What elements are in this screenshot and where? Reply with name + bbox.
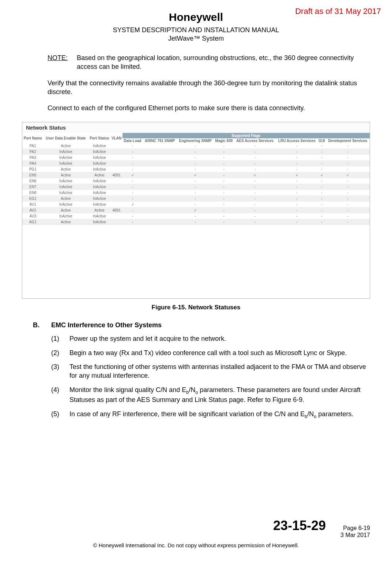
col-supported-flags: Supported Flags <box>122 133 370 138</box>
table-cell: EN7 <box>22 184 43 190</box>
table-cell: - <box>122 167 143 172</box>
table-cell <box>143 172 177 178</box>
table-cell <box>110 161 122 167</box>
figure-caption: Figure 6-15. Network Statuses <box>22 304 370 311</box>
table-cell: - <box>326 208 370 213</box>
table-cell: InActive <box>88 190 110 196</box>
table-cell <box>143 213 177 219</box>
table-cell: InActive <box>88 202 110 208</box>
network-status-title: Network Status <box>22 122 370 133</box>
table-cell: - <box>214 172 234 178</box>
table-row: AG1ActiveInActive------- <box>22 219 370 225</box>
table-cell: - <box>122 149 143 155</box>
col-port-name: Port Name <box>22 133 43 143</box>
table-cell: - <box>276 219 318 225</box>
note-text: Based on the geographical location, surr… <box>77 53 370 71</box>
col-eng-snmp: Engineering SNMP <box>177 138 214 143</box>
table-cell: - <box>326 219 370 225</box>
table-cell: - <box>177 184 214 190</box>
section-letter: B. <box>33 321 51 329</box>
table-cell <box>110 178 122 184</box>
table-row: EN6InActiveInActive------- <box>22 178 370 184</box>
table-cell <box>143 202 177 208</box>
table-cell: - <box>234 167 276 172</box>
table-cell: InActive <box>88 196 110 202</box>
table-cell: - <box>326 213 370 219</box>
table-cell: ✓ <box>326 172 370 178</box>
doc-number: 23-15-29 <box>273 518 326 533</box>
table-cell: ✓ <box>122 172 143 178</box>
table-cell: InActive <box>43 213 88 219</box>
table-row: AV1InActiveInActive✓------ <box>22 202 370 208</box>
section-b-heading: B. EMC Interference to Other Systems <box>33 321 370 329</box>
table-cell: - <box>234 149 276 155</box>
table-cell: EN8 <box>22 190 43 196</box>
table-cell: - <box>234 219 276 225</box>
table-cell <box>110 184 122 190</box>
list-item: (3)Test the functioning of other systems… <box>51 362 370 380</box>
table-cell: EN5 <box>22 172 43 178</box>
table-cell: - <box>318 213 326 219</box>
list-item-number: (1) <box>51 334 69 343</box>
table-cell: - <box>234 202 276 208</box>
table-cell: - <box>122 196 143 202</box>
table-cell: - <box>122 155 143 161</box>
network-status-panel: Network Status Port Name User Data Enabl… <box>22 122 370 299</box>
paragraph-connect: Connect to each of the configured Ethern… <box>48 104 370 112</box>
table-cell: - <box>122 161 143 167</box>
table-cell: - <box>318 155 326 161</box>
table-cell: ✓ <box>318 172 326 178</box>
paragraph-verify: Verify that the connectivity remains ava… <box>48 79 370 97</box>
table-cell: - <box>177 149 214 155</box>
table-row: EN8InActiveInActive------- <box>22 190 370 196</box>
table-cell: - <box>177 155 214 161</box>
table-cell: PA1 <box>22 143 43 149</box>
table-cell: - <box>326 155 370 161</box>
table-row: PA1ActiveInActive------- <box>22 143 370 149</box>
col-dev-services: Development Services <box>326 138 370 143</box>
table-cell: - <box>326 184 370 190</box>
table-cell: 4091 <box>110 208 122 213</box>
list-item: (4)Monitor the link signal quality C/N a… <box>51 385 370 404</box>
table-cell: - <box>177 161 214 167</box>
table-cell: ✓ <box>177 208 214 213</box>
table-row: EN7InActiveInActive------- <box>22 184 370 190</box>
table-cell: - <box>326 167 370 172</box>
table-cell: - <box>214 196 234 202</box>
table-cell: InActive <box>43 178 88 184</box>
table-cell: - <box>177 178 214 184</box>
col-lru-access: LRU Access Services <box>276 138 318 143</box>
table-cell: - <box>318 149 326 155</box>
table-cell: - <box>122 184 143 190</box>
table-cell <box>143 190 177 196</box>
table-cell: - <box>318 190 326 196</box>
list-item: (5)In case of any RF interference, there… <box>51 410 370 420</box>
table-cell: - <box>276 208 318 213</box>
table-row: PA3InActiveInActive------- <box>22 155 370 161</box>
table-cell: - <box>214 190 234 196</box>
list-item-number: (2) <box>51 348 69 357</box>
table-cell: - <box>122 178 143 184</box>
page-date: 3 Mar 2017 <box>340 532 370 538</box>
table-cell <box>110 190 122 196</box>
table-row: PA2InActiveInActive------- <box>22 149 370 155</box>
col-user-data: User Data Enable State <box>43 133 88 143</box>
table-cell: - <box>318 219 326 225</box>
table-cell: - <box>318 178 326 184</box>
table-cell: InActive <box>88 213 110 219</box>
table-cell: - <box>318 202 326 208</box>
document-subtitle: JetWave™ System <box>22 35 370 42</box>
col-aes-access: AES Access Services <box>234 138 276 143</box>
table-cell: - <box>276 184 318 190</box>
table-cell: - <box>214 155 234 161</box>
draft-stamp: Draft as of 31 May 2017 <box>295 7 381 16</box>
table-cell: AG1 <box>22 219 43 225</box>
table-row: AV2ActiveActive4091-✓----- <box>22 208 370 213</box>
table-cell: InActive <box>88 149 110 155</box>
table-cell: InActive <box>43 184 88 190</box>
table-cell: PA2 <box>22 149 43 155</box>
table-cell: - <box>214 213 234 219</box>
table-cell: - <box>122 143 143 149</box>
table-row: EG1ActiveInActive------- <box>22 196 370 202</box>
table-cell: - <box>318 208 326 213</box>
